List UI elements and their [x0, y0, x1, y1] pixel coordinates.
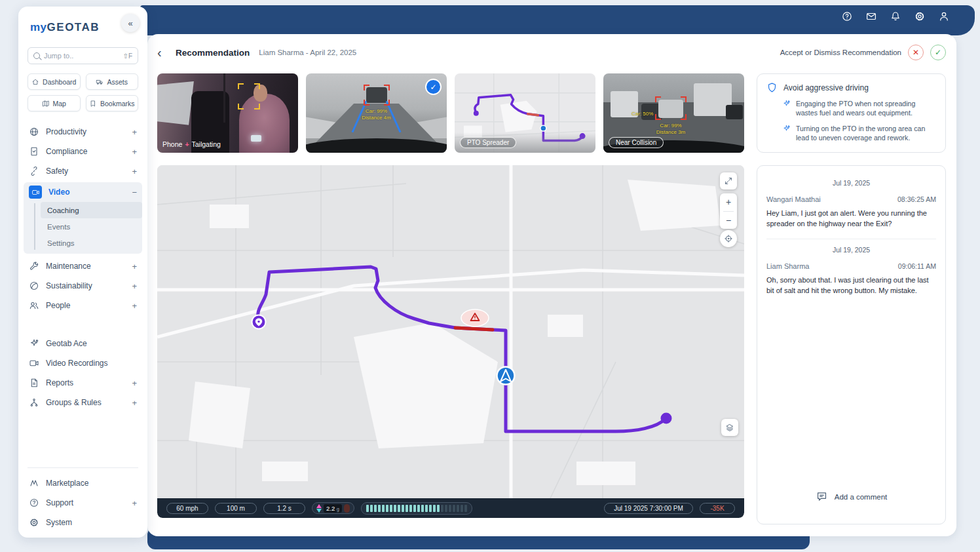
bookmarks-button[interactable]: Bookmarks [86, 95, 139, 111]
route-end-marker[interactable] [661, 413, 672, 424]
thumbnail-phone-tailgating[interactable]: Phone + Tailgating [157, 73, 298, 153]
time-readout: 1.2 s [263, 503, 305, 514]
expand-plus-icon[interactable]: + [132, 127, 137, 137]
thumbnail-label: PTO Spreader [460, 137, 516, 148]
sidebar-item-people[interactable]: People + [24, 296, 142, 315]
page-title: Recommendation [176, 48, 250, 58]
sidebar-item-video-recordings[interactable]: Video Recordings [24, 353, 142, 373]
map-fullscreen-button[interactable] [720, 172, 737, 189]
report-document-icon [29, 378, 39, 388]
distance-readout: 100 m [215, 503, 257, 514]
accept-button[interactable]: ✓ [930, 45, 946, 60]
message-text: Oh, sorry about that. I was just clearin… [766, 275, 936, 296]
search-placeholder: Jump to.. [44, 52, 119, 60]
document-check-icon [29, 146, 39, 157]
sidebar-item-reports[interactable]: Reports + [24, 373, 142, 393]
check-icon: ✓ [935, 48, 941, 57]
back-button[interactable]: ‹ [157, 46, 173, 59]
expand-plus-icon[interactable]: + [132, 378, 137, 388]
message-author: Wangari Maathai [766, 195, 821, 203]
vehicle-position-marker[interactable] [497, 367, 515, 385]
detection-label: Car: 99% Distance 3m [651, 123, 690, 136]
event-thumbnails-row: Phone + Tailgating Car: 99% Distance 4m [157, 73, 744, 153]
thumbnail-pto-spreader-map[interactable]: PTO Spreader [455, 73, 595, 153]
expand-plus-icon[interactable]: + [132, 498, 137, 508]
help-icon[interactable] [841, 10, 853, 22]
settings-gear-icon[interactable] [914, 10, 926, 22]
sidebar-collapse-button[interactable]: « [121, 14, 140, 32]
gforce-arrows [316, 504, 322, 513]
home-icon [31, 78, 39, 86]
route-start-marker[interactable] [252, 315, 266, 329]
check-icon: ✓ [430, 83, 436, 92]
sidebar-item-geotab-ace[interactable]: Geotab Ace [24, 334, 142, 353]
exception-warning-marker[interactable] [461, 309, 489, 326]
map-layers-button[interactable] [721, 419, 738, 436]
expand-plus-icon[interactable]: + [132, 301, 137, 311]
sidebar-item-productivity[interactable]: Productivity + [24, 122, 142, 142]
cab-window [157, 81, 194, 125]
thumbnail-road-view-selected[interactable]: Car: 99% Distance 4m ✓ [306, 73, 447, 153]
sidebar-item-video[interactable]: Video − [24, 182, 142, 202]
sidebar-group-video: Video − Coaching Events Settings [24, 182, 142, 254]
selected-check-badge: ✓ [425, 79, 442, 95]
dashboard-button[interactable]: Dashboard [28, 73, 81, 90]
zoom-in-button[interactable]: + [720, 193, 737, 211]
leaf-icon [29, 281, 39, 291]
map-button[interactable]: Map [28, 95, 81, 111]
sidebar-item-events[interactable]: Events [41, 218, 142, 235]
sidebar-item-support[interactable]: Support + [24, 493, 142, 513]
telemetry-segments[interactable] [361, 502, 472, 515]
recommendation-title: Avoid aggressive driving [783, 83, 869, 92]
search-input[interactable]: Jump to.. ⇧F [28, 47, 138, 64]
assets-button[interactable]: Assets [86, 73, 139, 90]
collapse-minus-icon[interactable]: − [132, 187, 137, 197]
add-comment-button[interactable]: Add a comment [757, 490, 945, 503]
notifications-bell-icon[interactable] [890, 10, 901, 22]
shield-icon [766, 82, 778, 93]
expand-plus-icon[interactable]: + [132, 167, 137, 176]
comment-icon [816, 490, 828, 503]
sidebar-item-compliance[interactable]: Compliance + [24, 142, 142, 161]
sidebar-item-coaching[interactable]: Coaching [41, 202, 142, 218]
sidebar-item-sustainability[interactable]: Sustainability + [24, 276, 142, 296]
search-shortcut: ⇧F [123, 52, 133, 60]
map-locate-button[interactable] [720, 230, 737, 247]
chain-link-icon [29, 166, 39, 176]
main-content-card: ‹ Recommendation Liam Sharma - April 22,… [147, 34, 956, 536]
arrow-down-icon [316, 509, 322, 513]
sidebar-item-system[interactable]: System [24, 513, 142, 532]
sidebar-item-safety[interactable]: Safety + [24, 161, 142, 181]
thumbnail-label: Phone + Tailgating [162, 140, 221, 148]
expand-plus-icon[interactable]: + [132, 398, 137, 408]
dismiss-button[interactable]: ✕ [908, 45, 924, 60]
timestamp-readout[interactable]: Jul 19 2025 7:30:00 PM [604, 503, 693, 514]
dashboard-silhouette [306, 138, 447, 153]
message-text: Hey Liam, I just got an alert. Were you … [766, 208, 936, 229]
expand-icon [724, 176, 733, 186]
car-detection-box [364, 85, 390, 106]
expand-plus-icon[interactable]: + [132, 147, 137, 157]
map-zoom-control: + − [720, 193, 737, 229]
expand-plus-icon[interactable]: + [132, 281, 137, 291]
mail-icon[interactable] [865, 10, 877, 22]
account-person-icon[interactable] [938, 10, 950, 22]
expand-plus-icon[interactable]: + [132, 262, 137, 271]
driver-phone [251, 135, 261, 142]
gear-icon [29, 517, 39, 528]
sidebar-item-maintenance[interactable]: Maintenance + [24, 256, 142, 276]
zoom-out-button[interactable]: − [720, 212, 737, 229]
video-submenu: Coaching Events Settings [34, 202, 142, 251]
marketplace-icon [29, 478, 39, 488]
sidebar-item-groups-rules[interactable]: Groups & Rules + [24, 393, 142, 412]
sidebar-item-marketplace[interactable]: Marketplace [24, 473, 142, 493]
map-canvas[interactable] [157, 165, 744, 498]
sidebar-item-settings[interactable]: Settings [41, 235, 142, 251]
gforce-indicator [344, 504, 350, 513]
gforce-gauge: 2.2 g [312, 502, 354, 514]
thumbnail-near-collision[interactable]: Car: 50% Car: 99% Distance 3m Near Colli… [603, 73, 744, 153]
sparkle-icon [782, 100, 791, 108]
chevrons-left-icon: « [128, 18, 132, 28]
gforce-unit: g [337, 506, 339, 512]
recommendation-card: Avoid aggressive driving Engaging the PT… [757, 73, 946, 153]
